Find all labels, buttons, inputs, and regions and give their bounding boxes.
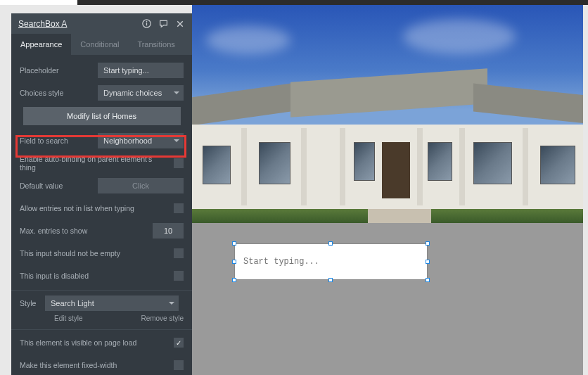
not-empty-checkbox[interactable] [174, 248, 184, 258]
tab-transitions[interactable]: Transitions [128, 34, 184, 55]
searchbox-element[interactable] [234, 243, 428, 280]
selection-handle[interactable] [426, 278, 430, 282]
hero-image [192, 5, 583, 223]
svg-point-2 [146, 21, 147, 23]
selection-handle[interactable] [328, 278, 333, 282]
selection-handle[interactable] [328, 241, 333, 246]
allow-entries-label: Allow entries not in list when typing [20, 204, 168, 212]
enable-autobind-checkbox[interactable] [174, 158, 184, 168]
selection-handle[interactable] [426, 241, 430, 246]
default-value-label: Default value [20, 182, 98, 190]
placeholder-input[interactable] [98, 63, 184, 78]
panel-tabs: Appearance Conditional Transitions [11, 34, 192, 55]
panel-title: SearchBox A [18, 19, 141, 29]
style-value: Search Light [51, 299, 94, 307]
max-entries-input[interactable] [153, 223, 184, 239]
remove-style-link[interactable]: Remove style [141, 314, 184, 322]
fixed-width-label: Make this element fixed-width [20, 361, 168, 369]
choices-style-value: Dynamic choices [103, 89, 162, 97]
selection-handle[interactable] [232, 260, 236, 264]
edit-style-link[interactable]: Edit style [54, 314, 83, 322]
style-dropdown[interactable]: Search Light [45, 295, 179, 311]
searchbox-input[interactable] [235, 244, 427, 279]
selection-handle[interactable] [426, 260, 430, 264]
max-entries-label: Max. entries to show [20, 227, 153, 235]
field-to-search-value: Neighborhood [103, 136, 152, 145]
chevron-down-icon [169, 302, 174, 305]
fixed-width-checkbox[interactable] [174, 360, 184, 370]
style-label: Style [20, 299, 45, 307]
tab-conditional[interactable]: Conditional [71, 34, 128, 55]
selection-handle[interactable] [232, 241, 236, 246]
svg-rect-1 [146, 23, 146, 25]
enable-autobind-label: Enable auto-binding on parent element's … [20, 155, 168, 172]
allow-entries-checkbox[interactable] [174, 203, 184, 213]
choices-style-label: Choices style [20, 89, 98, 97]
disabled-checkbox[interactable] [174, 271, 184, 281]
default-value-input[interactable] [98, 178, 184, 193]
modify-list-button[interactable]: Modify list of Homes [23, 107, 181, 125]
field-to-search-dropdown[interactable]: Neighborhood [98, 133, 184, 148]
visible-on-load-checkbox[interactable] [174, 338, 184, 348]
comment-icon[interactable] [158, 19, 168, 29]
selection-handle[interactable] [232, 278, 236, 282]
placeholder-label: Placeholder [20, 66, 98, 75]
info-icon[interactable] [141, 19, 151, 29]
panel-header[interactable]: SearchBox A [11, 13, 192, 34]
editor-canvas[interactable] [192, 5, 583, 375]
disabled-label: This input is disabled [20, 272, 168, 280]
visible-on-load-label: This element is visible on page load [20, 338, 168, 347]
choices-style-dropdown[interactable]: Dynamic choices [98, 85, 184, 101]
not-empty-label: This input should not be empty [20, 249, 168, 258]
chevron-down-icon [174, 91, 179, 94]
tab-appearance[interactable]: Appearance [11, 34, 71, 55]
chevron-down-icon [174, 139, 179, 142]
property-panel: SearchBox A Appearance Conditional Trans… [11, 13, 192, 375]
field-to-search-label: Field to search [20, 136, 98, 145]
close-icon[interactable] [175, 19, 185, 29]
